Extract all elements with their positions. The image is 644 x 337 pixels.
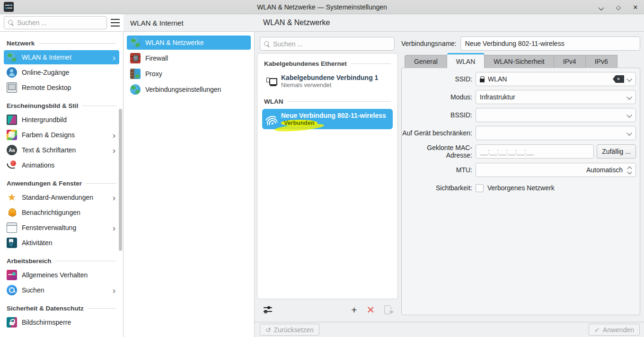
configure-connections-icon[interactable]: [264, 305, 273, 314]
subcategory-item-label: Verbindungseinstellungen: [145, 86, 221, 93]
clear-text-icon[interactable]: ✕: [613, 75, 624, 83]
subcategory-item[interactable]: Proxy: [127, 67, 251, 81]
sidebar-item-label: Standard-Anwendungen: [22, 194, 108, 201]
minimize-button[interactable]: [598, 3, 605, 11]
sidebar-item[interactable]: Remote Desktop: [4, 80, 119, 95]
add-connection-button[interactable]: +: [351, 305, 357, 315]
sidebar-section-title: Sicherheit & Datenschutz: [7, 303, 116, 313]
titlebar: WLAN & Netzwerke — Systemeinstellungen ◇…: [0, 0, 644, 14]
subcategory-item-label: Firewall: [145, 54, 168, 62]
editor-tab-label: General: [414, 58, 438, 65]
sidebar-item-label: Animations: [22, 161, 111, 169]
sidebar-item[interactable]: Text & Schriftarten ›: [4, 143, 119, 157]
bssid-combobox[interactable]: [476, 108, 636, 122]
lock-icon: [480, 79, 485, 82]
window-title: WLAN & Netzwerke — Systemeinstellungen: [0, 3, 644, 11]
editor-tab[interactable]: WLAN: [447, 53, 485, 68]
mtu-spinbox[interactable]: Automatisch: [476, 163, 636, 177]
ssid-label: SSID:: [402, 75, 476, 83]
mtu-label: MTU:: [402, 166, 476, 174]
subcategory-item-icon: [130, 53, 141, 63]
cloned-mac-label: Geklonte MAC-Adresse:: [402, 144, 476, 159]
sidebar-item[interactable]: Standard-Anwendungen ›: [4, 190, 119, 204]
search-icon: [8, 20, 14, 26]
editor-tab[interactable]: General: [405, 55, 447, 68]
maximize-button[interactable]: ◇: [615, 3, 622, 11]
sidebar-item-label: Fensterverwaltung: [22, 224, 108, 231]
subcategory-item-icon: [130, 84, 141, 95]
sidebar-search-input[interactable]: Suchen ...: [4, 16, 107, 29]
sidebar-item-icon: [7, 285, 17, 295]
editor-tab-label: WLAN-Sicherheit: [494, 58, 544, 65]
sidebar: Netzwerk WLAN & Internet › Online-Zugäng…: [0, 32, 124, 337]
apply-button[interactable]: ✓ Anwenden: [589, 324, 640, 336]
sidebar-item[interactable]: Bildschirmsperre: [4, 315, 119, 329]
hamburger-menu-icon[interactable]: [110, 18, 121, 27]
connections-search-placeholder: Suchen ...: [273, 40, 303, 48]
sidebar-item[interactable]: Suchen ›: [4, 283, 119, 297]
connections-toolbar: + ✕: [257, 301, 398, 318]
editor-tab[interactable]: IPv6: [586, 55, 618, 68]
hidden-network-checkbox[interactable]: [476, 184, 484, 192]
connection-group: WLAN Neue Verbindung 802-11-wireless Ver…: [262, 98, 393, 129]
close-button[interactable]: ✕: [632, 3, 639, 11]
hidden-network-label: Verborgenes Netzwerk: [487, 184, 555, 192]
sidebar-item-label: Suchen: [22, 286, 108, 294]
sidebar-item-label: Benachrichtigungen: [22, 209, 111, 216]
chevron-right-icon: ›: [113, 223, 116, 232]
cloned-mac-input[interactable]: __:__:__:__:__:__: [476, 144, 594, 159]
subcategory-item[interactable]: Verbindungseinstellungen: [127, 82, 251, 97]
sidebar-item-icon: [7, 270, 17, 280]
mode-value: Infrastruktur: [480, 93, 515, 101]
mtu-value: Automatisch: [586, 166, 623, 174]
minimize-icon: [599, 5, 604, 9]
sidebar-item[interactable]: WLAN & Internet ›: [4, 50, 119, 64]
editor-tab[interactable]: IPv4: [554, 55, 586, 68]
connection-editor: Verbindungsname: Neue Verbindung 802-11-…: [401, 32, 640, 322]
sidebar-item[interactable]: Farben & Designs ›: [4, 128, 119, 142]
editor-tab-label: WLAN: [456, 58, 475, 65]
sidebar-item[interactable]: Fensterverwaltung ›: [4, 221, 119, 235]
spinner-arrows[interactable]: [628, 166, 632, 175]
ssid-value: WLAN: [488, 75, 507, 83]
ssid-combobox[interactable]: WLAN ✕: [476, 72, 636, 86]
sidebar-item[interactable]: Benachrichtigungen: [4, 205, 119, 220]
connection-item-status: Niemals verwendet: [281, 82, 331, 89]
random-mac-button[interactable]: Zufällig ...: [597, 144, 636, 159]
sidebar-item[interactable]: Animations: [4, 158, 119, 172]
sidebar-item[interactable]: Hintergrundbild: [4, 113, 119, 127]
editor-tab[interactable]: WLAN-Sicherheit: [485, 55, 554, 68]
sidebar-item-label: Remote Desktop: [22, 84, 111, 91]
sidebar-section: Netzwerk WLAN & Internet › Online-Zugäng…: [0, 38, 123, 95]
delete-connection-button[interactable]: ✕: [366, 305, 375, 315]
wlan-tab-content: SSID: WLAN ✕ Modus: Infrastruktur BSSID:: [401, 68, 640, 315]
sidebar-item-icon: [7, 82, 17, 93]
chevron-right-icon: ›: [113, 53, 116, 62]
connection-name-input[interactable]: Neue Verbindung 802-11-wireless: [460, 36, 640, 51]
sidebar-item-label: WLAN & Internet: [22, 53, 108, 61]
restrict-device-dropdown[interactable]: [476, 126, 636, 140]
connection-item-title: Neue Verbindung 802-11-wireless: [281, 112, 386, 119]
sidebar-item[interactable]: Allgemeines Verhalten: [4, 268, 119, 282]
connections-search-input[interactable]: Suchen ...: [260, 37, 395, 51]
footer-bar: ↺ Zurücksetzen ✓ Anwenden: [255, 322, 644, 337]
reset-button[interactable]: ↺ Zurücksetzen: [260, 324, 319, 336]
sidebar-item[interactable]: Online-Zugänge: [4, 65, 119, 80]
editor-tabs: General WLAN WLAN-Sicherheit IPv4 IPv6: [401, 53, 618, 68]
sidebar-section: Erscheinungsbild & Stil Hintergrundbild …: [0, 100, 123, 172]
sidebar-item-icon: [7, 130, 17, 140]
sidebar-scrollbar[interactable]: [119, 109, 122, 251]
page-title: WLAN & Netzwerke: [263, 14, 330, 31]
sidebar-item-icon: [7, 145, 17, 155]
subcategory-item[interactable]: WLAN & Netzwerke: [127, 35, 251, 50]
sidebar-section: Sicherheit & Datenschutz Bildschirmsperr…: [0, 303, 123, 329]
checkmark-icon: ✓: [594, 326, 600, 334]
connection-item[interactable]: Neue Verbindung 802-11-wireless Verbunde…: [262, 109, 393, 129]
sidebar-item[interactable]: Aktivitäten: [4, 236, 119, 250]
mode-dropdown[interactable]: Infrastruktur: [476, 90, 636, 104]
export-connection-icon[interactable]: [384, 305, 391, 314]
connection-item-icon: [265, 113, 277, 125]
subcategory-item[interactable]: Firewall: [127, 51, 251, 65]
header-band: Suchen ... WLAN & Internet WLAN & Netzwe…: [0, 14, 644, 32]
connection-item[interactable]: Kabelgebundene Verbindung 1 Niemals verw…: [262, 71, 393, 91]
